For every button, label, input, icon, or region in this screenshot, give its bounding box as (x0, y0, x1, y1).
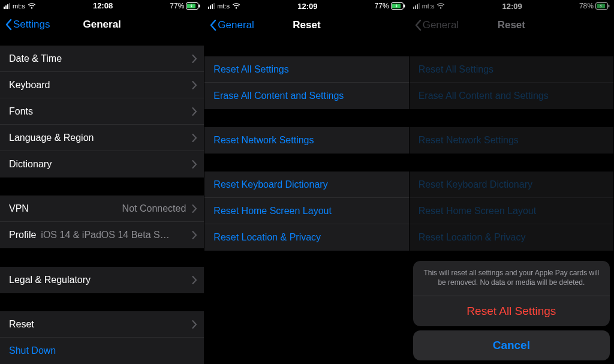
sheet-body: This will reset all settings and your Ap… (413, 261, 610, 326)
action-sheet: This will reset all settings and your Ap… (413, 261, 610, 360)
row-shut-down[interactable]: Shut Down (0, 338, 204, 364)
back-label: Settings (13, 19, 50, 31)
chevron-right-icon (192, 107, 197, 116)
screen-general: mt:s 12:08 77% Settings General Date & T… (0, 0, 204, 364)
row-date-time[interactable]: Date & Time (0, 46, 204, 72)
carrier-label: mt:s (217, 2, 230, 10)
settings-group-2: VPN Not Connected Profile iOS 14 & iPadO… (0, 195, 204, 248)
row-reset-network[interactable]: Reset Network Settings (204, 127, 408, 154)
nav-bar: General Reset (204, 12, 408, 38)
reset-group-3: Reset Keyboard Dictionary Reset Home Scr… (204, 172, 408, 251)
row-erase-all-content[interactable]: Erase All Content and Settings (204, 83, 408, 109)
row-dictionary[interactable]: Dictionary (0, 151, 204, 178)
row-detail: Not Connected (122, 203, 186, 214)
chevron-right-icon (192, 320, 197, 329)
battery-icon (186, 2, 200, 10)
row-language-region[interactable]: Language & Region (0, 125, 204, 151)
row-profile[interactable]: Profile iOS 14 & iPadOS 14 Beta Softwar… (0, 222, 204, 248)
settings-group-3: Legal & Regulatory (0, 267, 204, 293)
signal-icon (208, 3, 215, 9)
row-reset-home-screen-layout[interactable]: Reset Home Screen Layout (204, 198, 408, 224)
svg-rect-2 (199, 4, 200, 7)
signal-icon (413, 3, 420, 9)
svg-rect-8 (608, 5, 609, 8)
carrier-label: mt:s (13, 2, 25, 10)
wifi-icon (232, 3, 240, 9)
chevron-left-icon (5, 19, 12, 31)
row-reset-all-settings[interactable]: Reset All Settings (204, 56, 408, 83)
back-label: General (218, 19, 254, 31)
chevron-right-icon (192, 55, 197, 63)
row-detail: iOS 14 & iPadOS 14 Beta Softwar… (41, 230, 173, 240)
back-label: General (423, 19, 459, 31)
carrier-label: mt:s (422, 2, 435, 10)
reset-group-1: Reset All Settings Erase All Content and… (410, 56, 613, 109)
row-reset-keyboard-dictionary: Reset Keyboard Dictionary (410, 172, 613, 198)
row-reset-location-privacy[interactable]: Reset Location & Privacy (204, 224, 408, 251)
back-button[interactable]: Settings (5, 19, 50, 31)
chevron-left-icon (414, 19, 422, 31)
status-bar: mt:s 12:09 78% (410, 0, 613, 12)
battery-icon (391, 2, 405, 10)
wifi-icon (437, 3, 445, 9)
status-bar: mt:s 12:09 77% (204, 0, 408, 12)
row-reset-network: Reset Network Settings (410, 127, 613, 154)
sheet-message: This will reset all settings and your Ap… (413, 261, 610, 296)
reset-group-3: Reset Keyboard Dictionary Reset Home Scr… (410, 172, 613, 251)
reset-group-2: Reset Network Settings (204, 127, 408, 154)
chevron-right-icon (192, 204, 197, 213)
battery-percent: 77% (170, 2, 184, 10)
reset-group-2: Reset Network Settings (410, 127, 613, 154)
battery-percent: 78% (579, 2, 594, 10)
row-reset-all-settings: Reset All Settings (410, 56, 613, 83)
chevron-right-icon (192, 134, 197, 142)
svg-rect-5 (404, 5, 405, 8)
nav-bar: Settings General (0, 12, 204, 38)
back-button: General (414, 19, 459, 31)
sheet-cancel-button[interactable]: Cancel (413, 330, 610, 360)
chevron-right-icon (192, 276, 197, 284)
screen-reset: mt:s 12:09 77% General Reset Reset All S… (204, 0, 409, 364)
row-vpn[interactable]: VPN Not Connected (0, 195, 204, 222)
row-reset-location-privacy: Reset Location & Privacy (410, 224, 613, 251)
chevron-right-icon (192, 160, 197, 169)
chevron-right-icon (192, 81, 197, 89)
row-reset-home-screen-layout: Reset Home Screen Layout (410, 198, 613, 224)
battery-percent: 77% (375, 2, 389, 10)
row-fonts[interactable]: Fonts (0, 98, 204, 125)
row-reset[interactable]: Reset (0, 311, 204, 338)
back-button[interactable]: General (209, 19, 254, 31)
status-bar: mt:s 12:08 77% (0, 0, 204, 12)
signal-icon (4, 3, 10, 9)
screen-reset-confirm: mt:s 12:09 78% General Reset Reset All S… (410, 0, 614, 364)
reset-group-1: Reset All Settings Erase All Content and… (204, 56, 408, 109)
nav-bar: General Reset (410, 12, 613, 38)
battery-icon (595, 2, 610, 10)
row-keyboard[interactable]: Keyboard (0, 72, 204, 98)
row-erase-all-content: Erase All Content and Settings (410, 83, 613, 109)
chevron-right-icon (192, 231, 197, 239)
wifi-icon (28, 3, 36, 9)
settings-group-4: Reset Shut Down (0, 311, 204, 364)
settings-group-1: Date & Time Keyboard Fonts Language & Re… (0, 46, 204, 178)
status-time: 12:08 (93, 1, 113, 10)
row-reset-keyboard-dictionary[interactable]: Reset Keyboard Dictionary (204, 172, 408, 198)
status-time: 12:09 (297, 2, 317, 11)
chevron-left-icon (209, 19, 216, 31)
row-legal[interactable]: Legal & Regulatory (0, 267, 204, 293)
status-time: 12:09 (502, 2, 522, 11)
sheet-action-reset[interactable]: Reset All Settings (413, 296, 610, 326)
